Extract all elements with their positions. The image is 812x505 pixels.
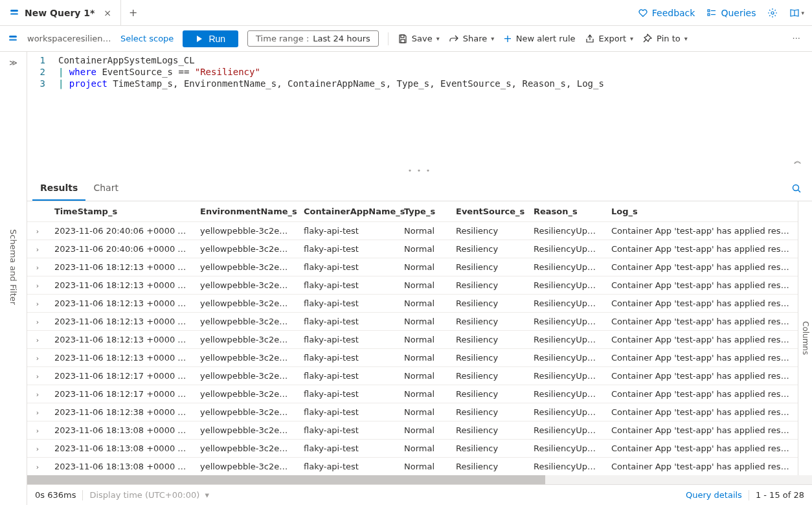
plus-icon: + xyxy=(503,32,512,45)
cell-type: Normal xyxy=(398,276,449,295)
table-row[interactable]: ›2023-11-06 20:40:06 +0000 UTCyellowpebb… xyxy=(27,222,798,240)
search-icon[interactable] xyxy=(786,183,807,194)
cell-log: Container App 'test-app' has applied res… xyxy=(605,403,798,421)
expand-row-icon[interactable]: › xyxy=(36,264,39,272)
new-tab-button[interactable]: + xyxy=(121,0,145,25)
splitter-handle[interactable]: • • • xyxy=(27,165,812,176)
cell-source: Resiliency xyxy=(449,313,527,331)
results-table-scroll[interactable]: TimeStamp_s EnvironmentName_s ContainerA… xyxy=(27,201,798,475)
table-row[interactable]: ›2023-11-06 18:12:13 +0000 UTCyellowpebb… xyxy=(27,349,798,367)
expand-row-icon[interactable]: › xyxy=(36,372,39,381)
horizontal-scrollbar[interactable] xyxy=(27,475,812,484)
select-scope-link[interactable]: Select scope xyxy=(120,34,174,43)
cell-app: flaky-api-test xyxy=(297,349,398,367)
svg-rect-0 xyxy=(10,10,18,12)
cell-timestamp: 2023-11-06 18:12:17 +0000 UTC xyxy=(48,367,194,385)
expand-row-icon[interactable]: › xyxy=(36,390,39,399)
pin-icon xyxy=(642,34,653,44)
expand-row-icon[interactable]: › xyxy=(36,318,39,326)
cell-env: yellowpebble-3c2e9044 xyxy=(194,458,297,476)
cell-log: Container App 'test-app' has applied res… xyxy=(605,367,798,385)
expand-left-rail-icon[interactable]: ≫ xyxy=(9,52,17,74)
tab-bar: New Query 1* × + Feedback Queries ▾ xyxy=(0,0,812,26)
expand-row-icon[interactable]: › xyxy=(36,227,39,236)
expand-row-icon[interactable]: › xyxy=(36,354,39,363)
cell-log: Container App 'test-app' has applied res… xyxy=(605,295,798,313)
table-row[interactable]: ›2023-11-06 20:40:06 +0000 UTCyellowpebb… xyxy=(27,240,798,258)
cell-type: Normal xyxy=(398,331,449,349)
table-row[interactable]: ›2023-11-06 18:12:13 +0000 UTCyellowpebb… xyxy=(27,313,798,331)
results-table: TimeStamp_s EnvironmentName_s ContainerA… xyxy=(27,201,798,475)
query-tab[interactable]: New Query 1* × xyxy=(0,0,121,25)
expand-row-icon[interactable]: › xyxy=(36,427,39,435)
tab-chart[interactable]: Chart xyxy=(85,176,126,201)
table-row[interactable]: ›2023-11-06 18:13:08 +0000 UTCyellowpebb… xyxy=(27,458,798,476)
cell-type: Normal xyxy=(398,240,449,258)
table-row[interactable]: ›2023-11-06 18:13:08 +0000 UTCyellowpebb… xyxy=(27,421,798,440)
query-details-link[interactable]: Query details xyxy=(686,490,742,500)
table-row[interactable]: ›2023-11-06 18:12:13 +0000 UTCyellowpebb… xyxy=(27,331,798,349)
code-editor[interactable]: 123 ContainerAppSystemLogs_CL | where Ev… xyxy=(27,52,812,165)
new-alert-button[interactable]: + New alert rule xyxy=(503,32,575,45)
collapse-editor-icon[interactable]: ︽ xyxy=(794,155,802,166)
heart-icon xyxy=(638,8,648,18)
timerange-picker[interactable]: Time range : Last 24 hours xyxy=(247,30,379,47)
svg-rect-1 xyxy=(10,13,18,15)
columns-toggle[interactable]: Columns xyxy=(798,201,812,475)
cell-env: yellowpebble-3c2e9044 xyxy=(194,276,297,295)
save-button[interactable]: Save ▾ xyxy=(398,34,440,44)
table-row[interactable]: ›2023-11-06 18:12:13 +0000 UTCyellowpebb… xyxy=(27,276,798,295)
scrollbar-thumb[interactable] xyxy=(27,475,545,484)
cell-app: flaky-api-test xyxy=(297,222,398,240)
cell-env: yellowpebble-3c2e9044 xyxy=(194,440,297,458)
cell-reason: ResiliencyUpdate xyxy=(527,240,605,258)
cell-reason: ResiliencyUpdate xyxy=(527,349,605,367)
more-actions-button[interactable]: ··· xyxy=(789,34,804,43)
close-icon[interactable]: × xyxy=(104,8,111,18)
expand-row-icon[interactable]: › xyxy=(36,463,39,471)
status-bar: 0s 636ms Display time (UTC+00:00) ▾ Quer… xyxy=(27,484,812,505)
export-button[interactable]: Export ▾ xyxy=(585,34,634,44)
workspace-name: workspaceresilienc... xyxy=(27,34,111,43)
expand-row-icon[interactable]: › xyxy=(36,282,39,290)
queries-link[interactable]: Queries xyxy=(706,8,756,18)
display-time[interactable]: Display time (UTC+00:00) ▾ xyxy=(89,490,209,500)
cell-source: Resiliency xyxy=(449,295,527,313)
cell-timestamp: 2023-11-06 18:12:13 +0000 UTC xyxy=(48,313,194,331)
pin-to-button[interactable]: Pin to ▾ xyxy=(642,34,688,44)
expand-row-icon[interactable]: › xyxy=(36,336,39,344)
col-source[interactable]: EventSource_s xyxy=(449,201,527,222)
expand-row-icon[interactable]: › xyxy=(36,409,39,417)
table-row[interactable]: ›2023-11-06 18:12:13 +0000 UTCyellowpebb… xyxy=(27,258,798,276)
feedback-link[interactable]: Feedback xyxy=(638,8,695,18)
docs-icon[interactable]: ▾ xyxy=(789,8,804,18)
settings-icon[interactable] xyxy=(767,8,778,18)
duration: 0s 636ms xyxy=(35,490,76,500)
share-button[interactable]: Share ▾ xyxy=(449,34,495,44)
col-app[interactable]: ContainerAppName_s xyxy=(297,201,398,222)
run-button[interactable]: Run xyxy=(183,30,238,47)
expand-row-icon[interactable]: › xyxy=(36,245,39,254)
svg-rect-2 xyxy=(708,10,710,12)
line-numbers: 123 xyxy=(27,54,58,163)
col-log[interactable]: Log_s xyxy=(605,201,798,222)
cell-source: Resiliency xyxy=(449,349,527,367)
table-row[interactable]: ›2023-11-06 18:13:08 +0000 UTCyellowpebb… xyxy=(27,440,798,458)
tab-results[interactable]: Results xyxy=(32,176,85,201)
chevron-down-icon: ▾ xyxy=(205,490,209,500)
col-reason[interactable]: Reason_s xyxy=(527,201,605,222)
table-row[interactable]: ›2023-11-06 18:12:13 +0000 UTCyellowpebb… xyxy=(27,295,798,313)
cell-log: Container App 'test-app' has applied res… xyxy=(605,421,798,440)
save-icon xyxy=(398,34,408,44)
col-env[interactable]: EnvironmentName_s xyxy=(194,201,297,222)
expand-row-icon[interactable]: › xyxy=(36,300,39,308)
table-row[interactable]: ›2023-11-06 18:12:17 +0000 UTCyellowpebb… xyxy=(27,385,798,403)
col-type[interactable]: Type_s xyxy=(398,201,449,222)
table-row[interactable]: ›2023-11-06 18:12:38 +0000 UTCyellowpebb… xyxy=(27,403,798,421)
cell-env: yellowpebble-3c2e9044 xyxy=(194,421,297,440)
cell-log: Container App 'test-app' has applied res… xyxy=(605,313,798,331)
table-row[interactable]: ›2023-11-06 18:12:17 +0000 UTCyellowpebb… xyxy=(27,367,798,385)
expand-row-icon[interactable]: › xyxy=(36,445,39,453)
cell-reason: ResiliencyUpdate xyxy=(527,276,605,295)
col-timestamp[interactable]: TimeStamp_s xyxy=(48,201,194,222)
